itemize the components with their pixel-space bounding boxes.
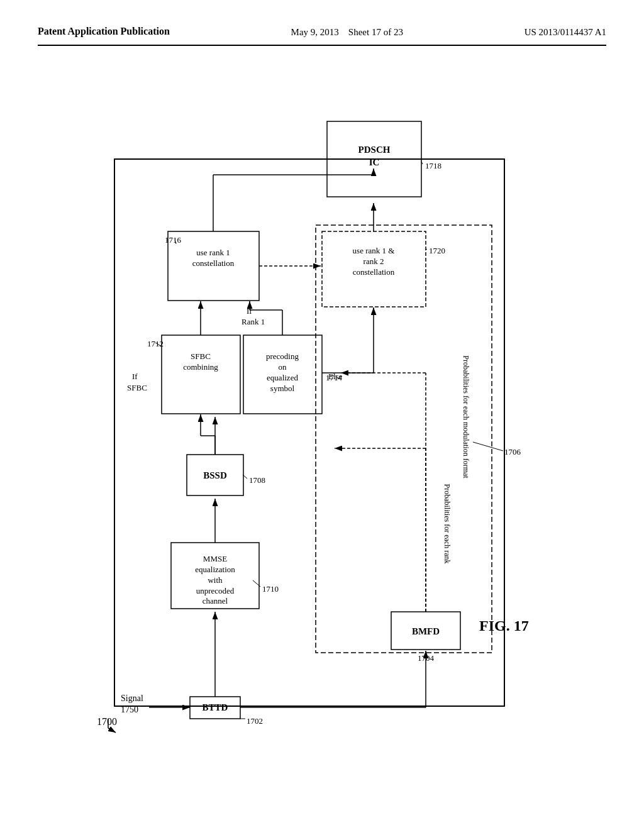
patent-number: US 2013/0114437 A1 <box>525 25 606 40</box>
svg-text:BTTD: BTTD <box>203 702 228 712</box>
svg-text:precoding: precoding <box>266 351 299 361</box>
diagram-area: 1700 Signal 1750 BTTD 1702 MMSE equaliza… <box>52 65 592 756</box>
svg-text:1750: 1750 <box>121 705 138 714</box>
svg-text:use rank 1: use rank 1 <box>196 248 230 257</box>
svg-text:equalized: equalized <box>267 373 298 382</box>
svg-text:PDSCH: PDSCH <box>358 145 391 155</box>
svg-line-3 <box>108 728 116 733</box>
svg-text:BMFD: BMFD <box>412 626 440 636</box>
svg-text:Signal: Signal <box>121 694 143 703</box>
svg-rect-27 <box>162 335 240 414</box>
svg-text:constellation: constellation <box>192 258 235 268</box>
svg-text:Probabilities for each rank: Probabilities for each rank <box>443 484 452 563</box>
sheet-info: Sheet 17 of 23 <box>348 27 403 37</box>
svg-text:1708: 1708 <box>249 475 265 485</box>
svg-text:constellation: constellation <box>353 267 395 277</box>
svg-text:1702: 1702 <box>247 716 263 726</box>
svg-text:Rank 1: Rank 1 <box>242 317 265 326</box>
diagram-number-label: 1700 <box>97 716 117 727</box>
svg-text:IC: IC <box>369 157 380 167</box>
svg-text:equalization: equalization <box>195 565 235 574</box>
svg-text:use rank 1 &: use rank 1 & <box>353 246 395 255</box>
publication-title: Patent Application Publication <box>38 25 170 38</box>
svg-text:rank 2: rank 2 <box>364 257 384 266</box>
svg-text:Probabilities for each modulat: Probabilities for each modulation format <box>462 355 470 479</box>
date: May 9, 2013 <box>291 27 339 37</box>
svg-text:with: with <box>208 575 223 585</box>
page-header: Patent Application Publication May 9, 20… <box>38 25 606 46</box>
svg-text:MMSE: MMSE <box>203 554 227 563</box>
svg-text:If: If <box>132 372 138 381</box>
fig-label: FIG. 17 <box>479 617 529 634</box>
svg-text:1718: 1718 <box>425 161 441 170</box>
header-center: May 9, 2013 Sheet 17 of 23 <box>291 25 403 40</box>
svg-text:BSSD: BSSD <box>203 470 227 480</box>
svg-text:1716: 1716 <box>165 235 182 245</box>
svg-text:symbol: symbol <box>270 384 295 393</box>
svg-text:1710: 1710 <box>262 584 279 594</box>
page: Patent Application Publication May 9, 20… <box>0 0 644 830</box>
svg-text:1706: 1706 <box>504 447 521 456</box>
svg-text:unprecoded: unprecoded <box>196 586 235 595</box>
diagram-svg: 1700 Signal 1750 BTTD 1702 MMSE equaliza… <box>52 65 592 756</box>
svg-text:SFBC: SFBC <box>191 351 211 361</box>
svg-text:combining: combining <box>183 362 218 372</box>
svg-text:1712: 1712 <box>147 339 164 348</box>
svg-line-83 <box>473 442 503 451</box>
svg-text:on: on <box>279 362 287 372</box>
svg-text:SFBC: SFBC <box>127 383 147 392</box>
svg-text:channel: channel <box>203 596 228 606</box>
svg-text:1720: 1720 <box>429 246 445 255</box>
